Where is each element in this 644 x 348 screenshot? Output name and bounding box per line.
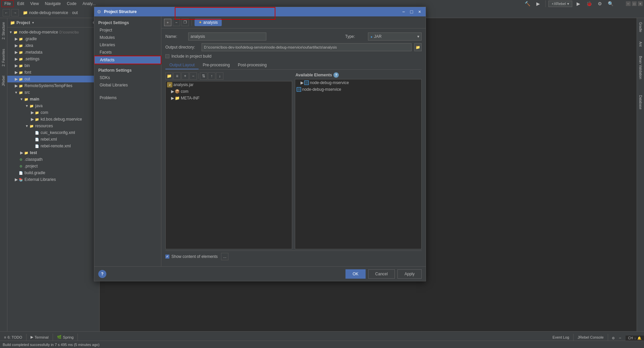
maximize-btn[interactable]: □: [632, 1, 637, 6]
browse-btn[interactable]: 📁: [414, 43, 422, 51]
settings-bottom-icon[interactable]: ⚙: [611, 335, 616, 341]
close-btn[interactable]: ×: [638, 1, 643, 6]
add-artifact-btn[interactable]: +: [164, 19, 171, 26]
avail-node-module2[interactable]: node-debug-mservice: [295, 86, 421, 93]
tree-item-rebel-remote[interactable]: 📄 rebel-remote.xml: [7, 143, 99, 149]
menu-edit[interactable]: Edit: [14, 1, 27, 7]
tab-preprocessing[interactable]: Pre-processing: [199, 61, 234, 69]
type-dropdown[interactable]: ⬥ JAR ▾: [368, 32, 422, 41]
artifact-tab-analysis[interactable]: ✦ analysis: [195, 19, 222, 26]
forward-btn[interactable]: →: [11, 9, 19, 16]
folder-icon: 📁: [18, 36, 23, 42]
settings-sdks[interactable]: SDKs: [94, 74, 161, 81]
tree-item-bin[interactable]: ▶ 📁 bin: [7, 62, 99, 69]
tree-item-main[interactable]: ▾ 📁 main: [7, 96, 99, 102]
tree-item-font[interactable]: ▶ 📁 font: [7, 69, 99, 76]
tab-terminal[interactable]: ▶ Terminal: [26, 334, 53, 341]
dialog-maximize-btn[interactable]: □: [408, 8, 415, 15]
tree-item-label: cuic_kwsconfig.xml: [41, 130, 75, 135]
tree-item-ext-libs[interactable]: ▶ 📚 External Libraries: [7, 176, 99, 183]
tree-item-settings[interactable]: ▶ 📁 .settings: [7, 56, 99, 62]
settings-libraries[interactable]: Libraries: [94, 41, 161, 49]
art-node-com[interactable]: ▶ 📦 com: [166, 88, 292, 95]
avail-node-module1[interactable]: ▶ node-debug-mservice: [295, 79, 421, 86]
settings-project[interactable]: Project: [94, 26, 161, 34]
tree-sort-btn[interactable]: ⇅: [200, 72, 207, 80]
art-node-jar[interactable]: J analysis.jar: [166, 81, 292, 88]
tree-folder-btn[interactable]: 📁: [165, 72, 173, 80]
show-content-options-btn[interactable]: ...: [221, 253, 228, 260]
menu-code[interactable]: Code: [64, 1, 79, 7]
back-btn[interactable]: ←: [3, 9, 10, 16]
minimize-bottom-icon[interactable]: −: [618, 335, 623, 341]
settings-global-libraries[interactable]: Global Libraries: [94, 81, 161, 89]
name-input[interactable]: [188, 32, 266, 41]
tree-item-out[interactable]: ▶ 📁 out: [7, 76, 99, 82]
cancel-button[interactable]: Cancel: [368, 269, 395, 279]
favorites-tab[interactable]: 2: Favorites: [1, 48, 6, 68]
settings-modules[interactable]: Modules: [94, 34, 161, 41]
tree-item-test[interactable]: ▶ 📁 test: [7, 149, 99, 156]
minimize-btn[interactable]: −: [626, 1, 631, 6]
settings-facets[interactable]: Facets: [94, 49, 161, 56]
xrebel-dropdown[interactable]: +XRebel ▾: [548, 1, 572, 7]
dialog-close-btn[interactable]: ×: [416, 8, 423, 15]
show-content-checkbox[interactable]: ✓: [165, 255, 169, 259]
expand-arrow: ▶: [14, 37, 18, 41]
tree-up-btn[interactable]: ↑: [208, 72, 215, 80]
settings-artifacts[interactable]: Artifacts: [94, 56, 161, 64]
tree-item-java[interactable]: ▾ 📁 java: [7, 102, 99, 109]
svg-rect-3: [298, 88, 300, 91]
tree-add-btn[interactable]: +: [181, 72, 189, 80]
art-node-metainf[interactable]: ▶ 📁 META-INF: [166, 95, 292, 101]
tree-item-cuic[interactable]: 📄 cuic_kwsconfig.xml: [7, 129, 99, 136]
menu-view[interactable]: View: [28, 1, 42, 7]
ok-button[interactable]: OK: [345, 269, 365, 279]
tree-item-remote[interactable]: ▶ 📁 RemoteSystemsTempFiles: [7, 82, 99, 89]
include-checkbox[interactable]: [165, 54, 169, 58]
tab-jrebel-console[interactable]: JRebel Console: [574, 334, 608, 341]
tree-item-idea[interactable]: ▶ 📁 .idea: [7, 42, 99, 49]
tab-postprocessing[interactable]: Post-processing: [234, 61, 271, 69]
help-icon[interactable]: ?: [333, 72, 339, 78]
tree-item-rebel[interactable]: 📄 rebel.xml: [7, 136, 99, 143]
copy-artifact-btn[interactable]: ❐: [181, 19, 189, 26]
dialog-minimize-btn[interactable]: −: [400, 8, 407, 15]
structure-tab[interactable]: 2: Structure: [1, 21, 6, 41]
settings-problems[interactable]: Problems: [94, 94, 161, 101]
tree-item-gradle[interactable]: ▶ 📁 .gradle: [7, 36, 99, 42]
tab-output-layout[interactable]: Output Layout: [165, 61, 199, 69]
tree-item-project[interactable]: ▾ 📁 node-debug-mservice D:\cosmic\bo: [7, 29, 99, 36]
folder-icon: 📁: [29, 123, 34, 129]
tree-item-project-file[interactable]: ⚙ .project: [7, 163, 99, 169]
menu-analyze[interactable]: Analy...: [80, 1, 98, 7]
output-dir-input[interactable]: [202, 43, 412, 51]
menu-file[interactable]: File: [1, 0, 14, 7]
tree-item-kd[interactable]: ▶ 📁 kd.bos.debug.mservice: [7, 116, 99, 123]
tree-remove-btn[interactable]: −: [190, 72, 197, 80]
tree-down-btn[interactable]: ↓: [216, 72, 223, 80]
menu-navigate[interactable]: Navigate: [42, 1, 63, 7]
dialog-help-btn[interactable]: ?: [98, 270, 106, 278]
remove-artifact-btn[interactable]: −: [173, 19, 180, 26]
tab-event-log[interactable]: Event Log: [548, 334, 574, 341]
database-tab[interactable]: Database: [638, 94, 643, 111]
apply-button[interactable]: Apply: [397, 269, 422, 279]
tab-todo[interactable]: ≡ 6: TODO: [0, 334, 26, 341]
tree-item-build-gradle[interactable]: 📄 build.gradle: [7, 169, 99, 176]
bean-validation-tab[interactable]: Bean Validation: [638, 55, 643, 80]
expand-arrow: ▾: [25, 103, 29, 108]
output-layout-tree[interactable]: J analysis.jar ▶ 📦 com: [165, 81, 292, 249]
tree-list-btn[interactable]: ≡: [173, 72, 181, 80]
ant-side-tab[interactable]: Ant: [638, 40, 643, 48]
tree-item-src[interactable]: ▾ 📁 src: [7, 89, 99, 96]
tree-item-classpath[interactable]: ⚙ .classpath: [7, 156, 99, 163]
tree-item-resources[interactable]: ▾ 📁 resources: [7, 123, 99, 129]
tab-spring[interactable]: 🌿 Spring: [53, 334, 78, 341]
jrebel-tab[interactable]: JRebel: [1, 74, 6, 87]
tree-item-metadata[interactable]: ▶ 📁 .metadata: [7, 49, 99, 56]
gradle-side-tab[interactable]: Gradle: [638, 21, 643, 33]
tree-item-com[interactable]: ▶ 📁 com: [7, 109, 99, 116]
available-elements-panel[interactable]: ▶ node-debug-mservice: [295, 79, 422, 249]
tree-item-label: .classpath: [24, 157, 43, 162]
